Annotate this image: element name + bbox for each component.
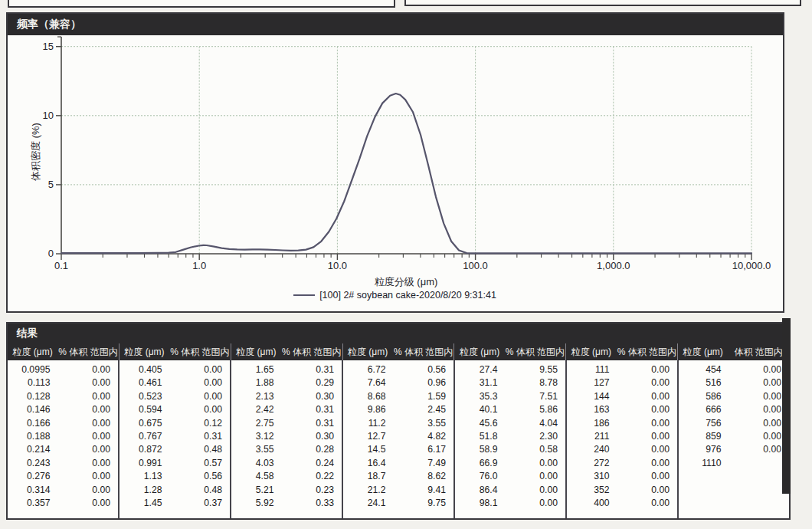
column-header-group: 粒度 (μm)% 体积 范围内 (565, 343, 677, 360)
size-cell: 0.594 (120, 403, 165, 416)
frequency-chart-panel: 频率（兼容） 体积密度 (%) 粒度分级 (μm) 0510150.11.010… (6, 12, 784, 313)
volume-in-range-column-header: % 体积 范围内 (616, 346, 677, 359)
size-cell: 27.4 (455, 363, 501, 376)
size-cell: 0.675 (120, 417, 165, 430)
volume-in-range-cell: 0.00 (54, 430, 118, 443)
size-cell: 756 (679, 417, 725, 430)
volume-in-range-cell: 0.23 (277, 484, 342, 497)
size-cell: 211 (567, 430, 613, 443)
legend: [100] 2# soybean cake-2020/8/20 9:31:41 (50, 290, 740, 301)
size-cell: 51.8 (455, 430, 501, 443)
volume-in-range-cell: 0.00 (725, 417, 789, 430)
frequency-curve (61, 94, 751, 253)
size-cell: 516 (679, 376, 725, 389)
volume-in-range-cell: 0.00 (501, 470, 565, 483)
table-row: 76.00.00 (455, 470, 565, 483)
size-cell: 111 (567, 363, 613, 376)
volume-in-range-cell: 0.56 (165, 470, 230, 483)
size-cell: 0.243 (8, 457, 54, 470)
size-cell: 352 (567, 484, 613, 497)
volume-in-range-column-header: % 体积 范围内 (57, 346, 119, 359)
volume-in-range-cell: 0.58 (501, 443, 565, 456)
volume-in-range-cell: 0.00 (54, 470, 118, 483)
table-row: 4.030.24 (231, 457, 342, 470)
volume-in-range-cell: 0.37 (165, 497, 230, 510)
results-group: 0.4050.000.4610.000.5230.000.5940.000.67… (120, 360, 231, 518)
y-tick-label: 5 (28, 179, 54, 191)
table-row: 4540.00 (679, 363, 789, 376)
volume-in-range-cell: 0.31 (277, 363, 342, 376)
table-row: 5860.00 (679, 390, 789, 403)
size-cell: 0.214 (8, 443, 54, 456)
table-row: 0.3570.00 (8, 497, 118, 510)
results-table-body: 0.09950.000.1130.000.1280.000.1460.000.1… (8, 360, 789, 518)
results-group: 1.650.311.880.292.130.302.420.312.750.31… (231, 360, 343, 518)
volume-in-range-cell: 0.00 (165, 376, 230, 389)
volume-in-range-cell: 6.17 (389, 443, 453, 456)
table-row: 0.5230.00 (120, 390, 230, 403)
x-tick-label: 100.0 (437, 260, 514, 272)
table-row: 0.1460.00 (8, 403, 118, 416)
size-cell: 2.42 (231, 403, 277, 416)
size-cell: 0.0995 (8, 363, 54, 376)
column-header-group: 粒度 (μm)% 体积 范围内 (8, 343, 119, 360)
x-tick-label: 1,000.0 (575, 260, 652, 272)
table-row: 1.450.37 (120, 497, 230, 510)
size-cell: 2.75 (231, 417, 277, 430)
y-tick-label: 0 (28, 248, 54, 260)
table-row: 0.2140.00 (8, 443, 118, 456)
chart-panel-header: 频率（兼容） (8, 14, 783, 35)
size-column-header: 粒度 (μm) (343, 346, 393, 359)
size-cell: 31.1 (455, 376, 501, 389)
volume-in-range-cell: 0.22 (277, 470, 342, 483)
volume-in-range-cell: 0.00 (613, 457, 677, 470)
size-cell: 6.72 (343, 363, 389, 376)
volume-in-range-cell: 0.00 (613, 443, 677, 456)
size-cell: 1.45 (120, 497, 165, 510)
table-row: 3.550.28 (231, 443, 342, 456)
table-row: 0.9910.57 (120, 457, 230, 470)
size-cell: 66.9 (455, 457, 501, 470)
table-row: 2110.00 (567, 430, 677, 443)
size-cell: 0.166 (8, 417, 54, 430)
table-row: 27.49.55 (455, 363, 565, 376)
size-cell: 12.7 (343, 430, 389, 443)
volume-in-range-cell: 0.00 (165, 390, 230, 403)
top-right-box-fragment (404, 0, 801, 6)
table-row: 2.750.31 (231, 417, 342, 430)
table-row: 2.420.31 (231, 403, 342, 416)
table-row: 1270.00 (567, 376, 677, 389)
table-row: 1.650.31 (231, 363, 342, 376)
volume-in-range-cell: 0.00 (501, 484, 565, 497)
size-cell: 186 (567, 417, 613, 430)
table-row: 0.5940.00 (120, 403, 230, 416)
page-edge-shadow (782, 318, 791, 494)
volume-in-range-cell: 7.51 (501, 390, 565, 403)
volume-in-range-cell: 0.00 (613, 363, 677, 376)
volume-in-range-cell: 0.00 (54, 443, 118, 456)
chart-title: 频率（兼容） (17, 18, 81, 31)
volume-in-range-cell: 2.30 (501, 430, 565, 443)
size-cell: 1.13 (120, 470, 165, 483)
size-cell: 272 (567, 457, 613, 470)
results-group: 27.49.5531.18.7835.37.5140.15.8645.64.04… (455, 360, 567, 518)
volume-in-range-cell: 0.00 (54, 417, 118, 430)
volume-in-range-cell: 0.29 (277, 376, 342, 389)
table-row: 1440.00 (567, 390, 677, 403)
volume-in-range-cell: 0.00 (725, 403, 789, 416)
table-row: 1630.00 (567, 403, 677, 416)
size-cell: 0.357 (8, 497, 54, 510)
volume-in-range-cell: 0.56 (389, 363, 453, 376)
table-row: 2.130.30 (231, 390, 342, 403)
table-row: 0.3140.00 (8, 484, 118, 497)
table-row: 0.7670.31 (120, 430, 230, 443)
volume-in-range-cell: 4.04 (501, 417, 565, 430)
volume-in-range-cell: 0.00 (613, 497, 677, 510)
column-header-group: 粒度 (μm)% 体积 范围内 (119, 343, 231, 360)
volume-in-range-cell: 0.48 (165, 484, 230, 497)
table-row: 1.880.29 (231, 376, 342, 389)
volume-in-range-cell: 0.00 (165, 403, 230, 416)
table-row: 0.1280.00 (8, 390, 118, 403)
x-tick-label: 0.1 (23, 260, 100, 272)
size-cell: 0.314 (8, 484, 54, 497)
